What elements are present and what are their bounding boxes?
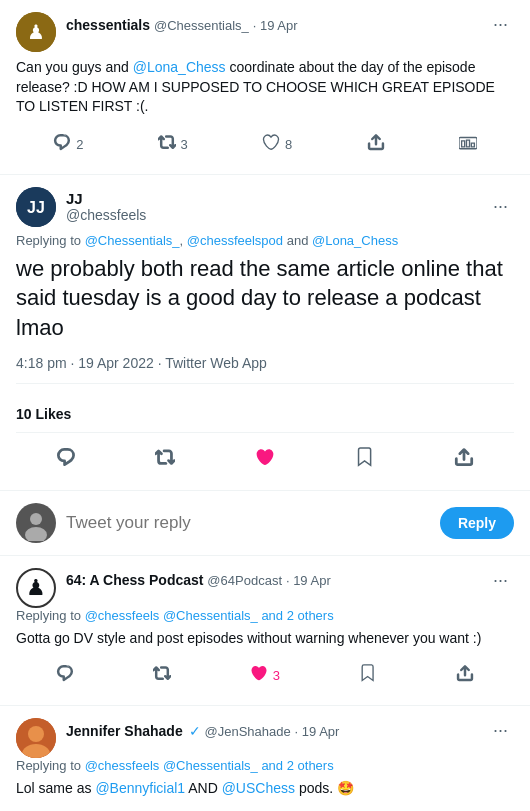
like-icon bbox=[262, 133, 280, 156]
reply-button[interactable] bbox=[50, 658, 80, 693]
retweet-count: 3 bbox=[181, 137, 188, 152]
like-filled-icon bbox=[250, 664, 268, 687]
reply-icon bbox=[53, 133, 71, 156]
retweet-icon bbox=[158, 133, 176, 156]
reply-submit-button[interactable]: Reply bbox=[440, 507, 514, 539]
reply-count: 2 bbox=[76, 137, 83, 152]
main-retweet-button[interactable] bbox=[149, 441, 181, 478]
name-group: chessentials @Chessentials_ · 19 Apr bbox=[66, 17, 298, 33]
retweet-button[interactable]: 3 bbox=[152, 127, 194, 162]
user-info: 64: A Chess Podcast @64Podcast · 19 Apr … bbox=[66, 568, 514, 593]
reply-input-row: Reply bbox=[0, 491, 530, 556]
main-tweet-timestamp: 4:18 pm · 19 Apr 2022 · Twitter Web App bbox=[16, 355, 514, 384]
reply-input[interactable] bbox=[66, 513, 430, 533]
bookmark-button[interactable] bbox=[353, 658, 383, 693]
main-like-button[interactable] bbox=[249, 441, 281, 478]
main-tweet-actions bbox=[16, 437, 514, 478]
bookmark-icon bbox=[355, 447, 375, 472]
username: @64Podcast bbox=[207, 573, 282, 588]
user-name-row: Jennifer Shahade ✓ @JenShahade · 19 Apr … bbox=[66, 718, 514, 743]
reply-card-2: Jennifer Shahade ✓ @JenShahade · 19 Apr … bbox=[0, 706, 530, 811]
svg-point-8 bbox=[28, 726, 44, 742]
tweet-body: Gotta go DV style and post episodes with… bbox=[16, 629, 514, 649]
share-button[interactable] bbox=[361, 127, 391, 162]
time: · 19 Apr bbox=[295, 724, 340, 739]
main-display-name: JJ bbox=[66, 190, 477, 207]
share-icon bbox=[454, 447, 474, 472]
avatar-jennifer bbox=[16, 718, 56, 758]
like-count: 3 bbox=[273, 668, 280, 683]
replying-to: Replying to @Chessentials_, @chessfeelsp… bbox=[16, 233, 514, 248]
retweet-button[interactable] bbox=[147, 658, 177, 693]
mention-chessentials[interactable]: @Chessentials_ bbox=[85, 233, 180, 248]
tweet-header: ♟ 64: A Chess Podcast @64Podcast · 19 Ap… bbox=[16, 568, 514, 608]
display-name: 64: A Chess Podcast bbox=[66, 572, 203, 588]
share-button[interactable] bbox=[450, 658, 480, 693]
more-options-button[interactable]: ··· bbox=[487, 718, 514, 743]
like-filled-icon bbox=[255, 447, 275, 472]
display-name: chessentials bbox=[66, 17, 150, 33]
main-tweet-header: JJ JJ @chessfeels ··· bbox=[16, 187, 514, 227]
mention-chessfeels[interactable]: @chessfeels bbox=[85, 608, 160, 623]
user-name-row: chessentials @Chessentials_ · 19 Apr ··· bbox=[66, 12, 514, 37]
username: @Chessentials_ bbox=[154, 18, 249, 33]
mention-2others[interactable]: and 2 others bbox=[261, 758, 333, 773]
mention-chessentials[interactable]: @Chessentials_ bbox=[163, 608, 258, 623]
main-share-button[interactable] bbox=[448, 441, 480, 478]
bookmark-icon bbox=[359, 664, 377, 687]
avatar-jj: JJ bbox=[16, 187, 56, 227]
more-options-button[interactable]: ··· bbox=[487, 568, 514, 593]
mention-2others[interactable]: and 2 others bbox=[261, 608, 333, 623]
tweet-actions: 2 3 8 bbox=[16, 127, 514, 162]
retweet-icon bbox=[153, 664, 171, 687]
main-tweet: JJ JJ @chessfeels ··· Replying to @Chess… bbox=[0, 175, 530, 491]
mention-chessfeels[interactable]: @chessfeels bbox=[85, 758, 160, 773]
like-button[interactable]: 3 bbox=[244, 658, 286, 693]
display-name: Jennifer Shahade bbox=[66, 723, 183, 739]
user-info: Jennifer Shahade ✓ @JenShahade · 19 Apr … bbox=[66, 718, 514, 743]
share-icon bbox=[456, 664, 474, 687]
share-icon bbox=[367, 133, 385, 156]
likes-count: 10 Likes bbox=[16, 396, 514, 433]
mention-chessentials[interactable]: @Chessentials_ bbox=[163, 758, 258, 773]
retweet-icon bbox=[155, 447, 175, 472]
replying-to: Replying to @chessfeels @Chessentials_ a… bbox=[16, 758, 514, 773]
mention-lonachess[interactable]: @Lona_Chess bbox=[312, 233, 398, 248]
mention-bennyficial[interactable]: @Bennyficial1 bbox=[95, 780, 185, 796]
verified-badge: ✓ bbox=[189, 723, 201, 739]
svg-text:♟: ♟ bbox=[27, 21, 45, 43]
analytics-icon bbox=[459, 133, 477, 156]
reply-card-1: ♟ 64: A Chess Podcast @64Podcast · 19 Ap… bbox=[0, 556, 530, 707]
like-button[interactable]: 8 bbox=[256, 127, 298, 162]
user-info: chessentials @Chessentials_ · 19 Apr ··· bbox=[66, 12, 514, 37]
like-count: 8 bbox=[285, 137, 292, 152]
reply-icon bbox=[56, 447, 76, 472]
tweet-actions: 3 bbox=[16, 658, 514, 693]
main-tweet-text: we probably both read the same article o… bbox=[16, 254, 514, 343]
main-reply-button[interactable] bbox=[50, 441, 82, 478]
reply-button[interactable]: 2 bbox=[47, 127, 89, 162]
avatar-64chess: ♟ bbox=[16, 568, 56, 608]
main-bookmark-button[interactable] bbox=[349, 441, 381, 478]
tweet-body: Lol same as @Bennyficial1 AND @USChess p… bbox=[16, 779, 514, 799]
tweet-header: Jennifer Shahade ✓ @JenShahade · 19 Apr … bbox=[16, 718, 514, 758]
avatar: ♟ bbox=[16, 12, 56, 52]
tweet-card-1: ♟ chessentials @Chessentials_ · 19 Apr ·… bbox=[0, 0, 530, 175]
analytics-button[interactable] bbox=[453, 127, 483, 162]
username: @JenShahade bbox=[204, 724, 290, 739]
mention-uschess[interactable]: @USChess bbox=[222, 780, 295, 796]
user-name-row: 64: A Chess Podcast @64Podcast · 19 Apr … bbox=[66, 568, 514, 593]
main-username: @chessfeels bbox=[66, 207, 477, 223]
svg-text:JJ: JJ bbox=[27, 199, 45, 216]
mention-lona[interactable]: @Lona_Chess bbox=[133, 59, 226, 75]
current-user-avatar bbox=[16, 503, 56, 543]
time: · 19 Apr bbox=[253, 18, 298, 33]
tweet-body: Can you guys and @Lona_Chess coordinate … bbox=[16, 58, 514, 117]
svg-point-5 bbox=[30, 513, 42, 525]
more-options-button[interactable]: ··· bbox=[487, 194, 514, 219]
more-options-button[interactable]: ··· bbox=[487, 12, 514, 37]
name-group: 64: A Chess Podcast @64Podcast · 19 Apr bbox=[66, 572, 331, 588]
reply-icon bbox=[56, 664, 74, 687]
main-tweet-meta: JJ @chessfeels bbox=[66, 190, 477, 223]
mention-chessfeelspod[interactable]: @chessfeelspod bbox=[187, 233, 283, 248]
